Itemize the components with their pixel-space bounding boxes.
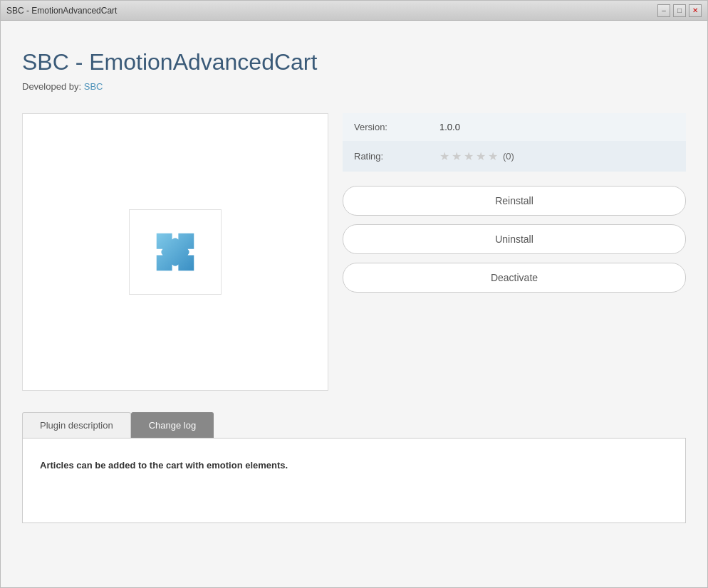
plugin-icon-box [129,209,222,295]
window-controls: – □ ✕ [657,4,702,17]
tab-plugin-description[interactable]: Plugin description [22,412,131,438]
plugin-puzzle-icon [150,227,200,277]
info-table: Version: 1.0.0 Rating: ★ ★ ★ ★ ★ [343,113,686,172]
action-buttons: Reinstall Uninstall Deactivate [343,186,686,293]
tab-content-area: Articles can be added to the cart with e… [22,438,686,523]
tab-change-log[interactable]: Change log [131,412,214,438]
window-title: SBC - EmotionAdvancedCart [6,6,117,16]
rating-row: Rating: ★ ★ ★ ★ ★ (0) [343,141,686,172]
application-window: SBC - EmotionAdvancedCart – □ ✕ SBC - Em… [0,0,708,588]
titlebar: SBC - EmotionAdvancedCart – □ ✕ [1,1,707,21]
version-value: 1.0.0 [428,113,686,141]
deactivate-button[interactable]: Deactivate [343,263,686,293]
page-content: SBC - EmotionAdvancedCart Developed by: … [1,21,707,587]
page-title: SBC - EmotionAdvancedCart [22,49,686,75]
version-label: Version: [343,113,428,141]
developer-info: Developed by: SBC [22,81,686,92]
star-1: ★ [439,149,449,163]
version-row: Version: 1.0.0 [343,113,686,141]
tabs-section: Plugin description Change log Articles c… [22,412,686,523]
minimize-button[interactable]: – [657,4,670,17]
star-5: ★ [488,149,498,163]
rating-count: (0) [503,151,514,162]
maximize-button[interactable]: □ [673,4,686,17]
star-4: ★ [476,149,486,163]
reinstall-button[interactable]: Reinstall [343,186,686,216]
close-button[interactable]: ✕ [689,4,702,17]
tab-description-text: Articles can be added to the cart with e… [40,460,668,471]
star-3: ★ [464,149,474,163]
star-rating: ★ ★ ★ ★ ★ (0) [439,149,514,163]
rating-value: ★ ★ ★ ★ ★ (0) [428,141,686,172]
uninstall-button[interactable]: Uninstall [343,224,686,254]
developer-link[interactable]: SBC [84,81,103,92]
developed-by-label: Developed by: [22,81,81,92]
tabs-bar: Plugin description Change log [22,412,686,438]
rating-label: Rating: [343,141,428,172]
plugin-details: Version: 1.0.0 Rating: ★ ★ ★ ★ ★ [343,113,686,391]
star-2: ★ [452,149,462,163]
main-section: Version: 1.0.0 Rating: ★ ★ ★ ★ ★ [22,113,686,391]
plugin-image-area [22,113,328,391]
